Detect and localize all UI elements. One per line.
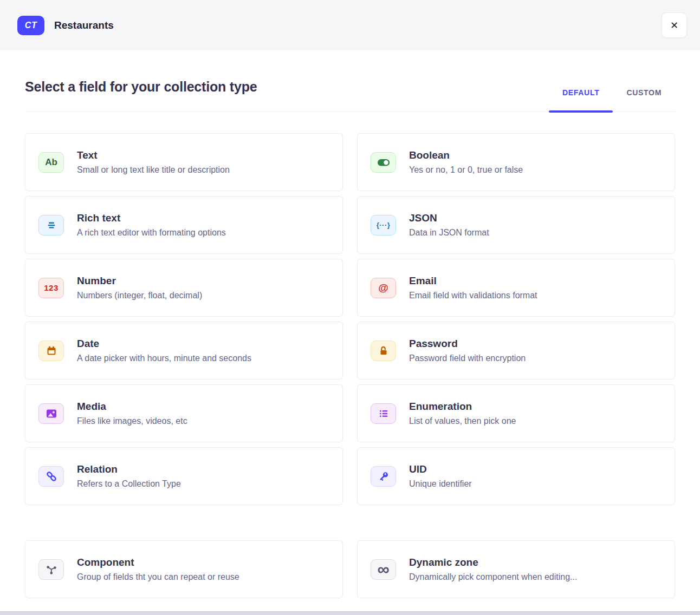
collection-title: Restaurants [54, 19, 114, 31]
field-title: Number [77, 275, 202, 287]
media-picture-icon [38, 403, 64, 424]
password-lock-icon [371, 341, 396, 361]
boolean-toggle-icon [371, 152, 396, 173]
extra-field-grid: Component Group of fields tht you can re… [25, 540, 675, 598]
tab-bar: DEFAULT CUSTOM [549, 88, 675, 112]
field-description: Dynamically pick component when editing.… [409, 572, 577, 582]
field-card-rich-text[interactable]: Rich text A rich text editor with format… [25, 196, 343, 254]
relation-link-icon [38, 466, 64, 487]
field-card-date[interactable]: Date A date picker with hours, minute an… [25, 322, 343, 380]
collection-type-badge: CT [17, 16, 44, 35]
field-description: Data in JSON format [409, 228, 489, 238]
field-card-number[interactable]: 123 Number Numbers (integer, float, deci… [25, 259, 343, 317]
field-title: Enumeration [409, 401, 516, 413]
field-description: List of values, then pick one [409, 416, 516, 426]
field-card-uid[interactable]: UID Unique identifier [357, 447, 675, 505]
field-description: Group of fields tht you can repeat or re… [77, 572, 239, 582]
field-title: Email [409, 275, 537, 287]
uid-key-icon [371, 466, 396, 487]
date-calendar-icon [38, 341, 64, 361]
field-card-dynamic-zone[interactable]: ∞ Dynamic zone Dynamically pick componen… [357, 540, 675, 598]
field-description: A date picker with hours, minute and sec… [77, 354, 251, 363]
number-123-icon: 123 [38, 278, 64, 298]
field-card-text[interactable]: Ab Text Small or long text like title or… [25, 133, 343, 191]
field-description: Email field with validations format [409, 291, 537, 300]
field-description: Numbers (integer, float, decimal) [77, 291, 202, 300]
field-description: Refers to a Collection Type [77, 479, 181, 489]
field-description: A rich text editor with formating option… [77, 228, 226, 238]
field-description: Files like images, videos, etc [77, 416, 187, 426]
field-card-boolean[interactable]: Boolean Yes or no, 1 or 0, true or false [357, 133, 675, 191]
close-button[interactable]: ✕ [662, 12, 687, 38]
field-title: UID [409, 463, 472, 475]
field-title: Password [409, 338, 526, 350]
field-title: Media [77, 401, 187, 413]
footer-bar [0, 611, 700, 615]
field-card-media[interactable]: Media Files like images, videos, etc [25, 384, 343, 442]
field-card-relation[interactable]: Relation Refers to a Collection Type [25, 447, 343, 505]
field-grid: Ab Text Small or long text like title or… [25, 133, 675, 505]
field-card-email[interactable]: @ Email Email field with validations for… [357, 259, 675, 317]
field-title: Boolean [409, 149, 523, 161]
json-braces-icon: {···} [371, 215, 396, 235]
close-icon: ✕ [670, 19, 678, 31]
field-title: Date [77, 338, 251, 350]
field-title: Text [77, 149, 230, 161]
text-ab-icon: Ab [38, 152, 64, 173]
tab-default[interactable]: DEFAULT [549, 88, 613, 112]
enumeration-list-icon [371, 403, 396, 424]
field-title: JSON [409, 212, 489, 224]
page-title: Select a field for your collection type [25, 79, 257, 95]
field-title: Dynamic zone [409, 557, 577, 568]
tab-custom[interactable]: CUSTOM [613, 88, 675, 112]
rich-text-icon [38, 215, 64, 235]
modal-header: CT Restaurants ✕ [0, 0, 700, 50]
field-description: Yes or no, 1 or 0, true or false [409, 165, 523, 175]
component-nodes-icon [38, 559, 64, 580]
field-description: Unique identifier [409, 479, 472, 489]
field-title: Component [77, 557, 239, 568]
field-card-component[interactable]: Component Group of fields tht you can re… [25, 540, 343, 598]
field-card-json[interactable]: {···} JSON Data in JSON format [357, 196, 675, 254]
field-title: Rich text [77, 212, 226, 224]
field-description: Small or long text like title or descrip… [77, 165, 230, 175]
dynamic-zone-infinity-icon: ∞ [371, 559, 396, 580]
email-at-icon: @ [371, 278, 396, 298]
field-title: Relation [77, 463, 181, 475]
field-card-enumeration[interactable]: Enumeration List of values, then pick on… [357, 384, 675, 442]
title-row: Select a field for your collection type … [25, 79, 675, 112]
field-description: Password field with encryption [409, 354, 526, 363]
field-card-password[interactable]: Password Password field with encryption [357, 322, 675, 380]
